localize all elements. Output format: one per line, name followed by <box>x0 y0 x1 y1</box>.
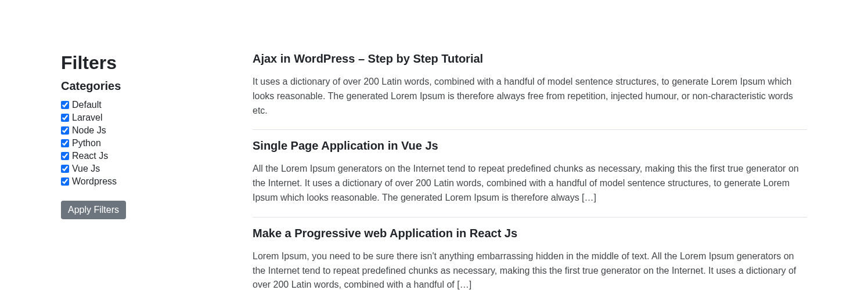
post-excerpt: All the Lorem Ipsum generators on the In… <box>253 162 807 205</box>
filters-title: Filters <box>61 52 235 74</box>
apply-filters-button[interactable]: Apply Filters <box>61 201 126 219</box>
category-label[interactable]: Node Js <box>72 125 106 136</box>
category-label[interactable]: Vue Js <box>72 164 100 174</box>
post-title[interactable]: Make a Progressive web Application in Re… <box>253 227 807 240</box>
category-label[interactable]: Python <box>72 138 101 148</box>
category-item: Node Js <box>61 125 235 136</box>
post-item: Single Page Application in Vue Js All th… <box>253 139 807 217</box>
category-checkbox-vuejs[interactable] <box>61 165 69 173</box>
category-label[interactable]: React Js <box>72 151 108 161</box>
category-checkbox-reactjs[interactable] <box>61 152 69 160</box>
category-label[interactable]: Wordpress <box>72 176 117 187</box>
category-item: Python <box>61 138 235 148</box>
category-item: Vue Js <box>61 164 235 174</box>
category-item: React Js <box>61 151 235 161</box>
category-checkbox-default[interactable] <box>61 101 69 109</box>
category-checkbox-wordpress[interactable] <box>61 177 69 186</box>
post-item: Make a Progressive web Application in Re… <box>253 227 807 290</box>
post-excerpt: Lorem Ipsum, you need to be sure there i… <box>253 249 807 290</box>
categories-title: Categories <box>61 79 235 93</box>
category-item: Default <box>61 100 235 110</box>
post-excerpt: It uses a dictionary of over 200 Latin w… <box>253 75 807 118</box>
post-item: Ajax in WordPress – Step by Step Tutoria… <box>253 52 807 130</box>
category-checkbox-nodejs[interactable] <box>61 126 69 135</box>
category-item: Wordpress <box>61 176 235 187</box>
category-label[interactable]: Laravel <box>72 113 102 123</box>
category-label[interactable]: Default <box>72 100 102 110</box>
posts-list: Ajax in WordPress – Step by Step Tutoria… <box>253 52 807 290</box>
category-item: Laravel <box>61 113 235 123</box>
categories-list: Default Laravel Node Js Python React Js … <box>61 100 235 187</box>
category-checkbox-python[interactable] <box>61 139 69 147</box>
category-checkbox-laravel[interactable] <box>61 114 69 122</box>
post-title[interactable]: Single Page Application in Vue Js <box>253 139 807 153</box>
post-title[interactable]: Ajax in WordPress – Step by Step Tutoria… <box>253 52 807 66</box>
filters-sidebar: Filters Categories Default Laravel Node … <box>61 52 235 290</box>
